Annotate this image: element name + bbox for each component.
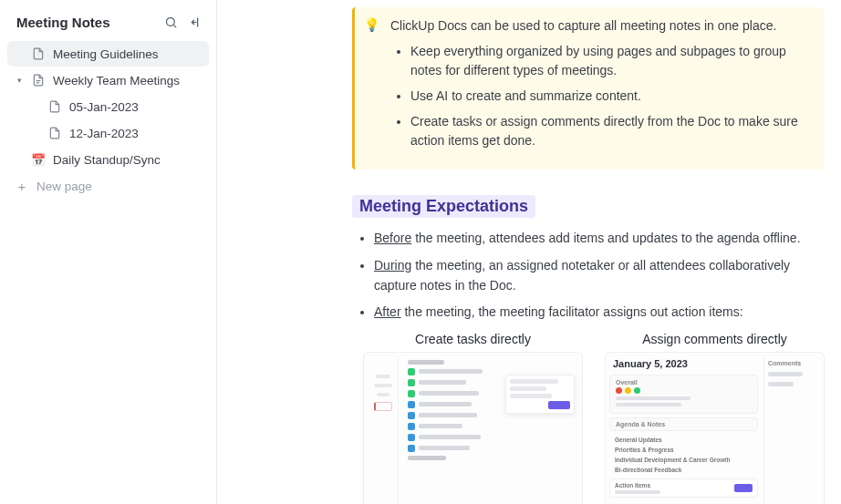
phase-label: After (374, 304, 401, 319)
figure-columns: Create tasks directly (352, 332, 825, 504)
plus-icon: + (15, 179, 29, 194)
chevron-down-icon[interactable]: ▾ (15, 76, 24, 85)
tip-callout: 💡 ClickUp Docs can be used to capture al… (352, 7, 825, 170)
sidebar-header: Meeting Notes (7, 11, 209, 41)
expectation-item: During the meeting, an assigned notetake… (374, 256, 825, 295)
sidebar-item-label: 12-Jan-2023 (69, 127, 202, 140)
section-heading: Meeting Expectations (352, 195, 535, 218)
column-title-left: Create tasks directly (363, 332, 583, 346)
page-lines-icon (31, 73, 46, 87)
new-page-label: New page (36, 180, 202, 193)
sidebar-item-daily-standup[interactable]: 📅 Daily Standup/Sync (7, 147, 209, 172)
sidebar-item-label: Daily Standup/Sync (53, 153, 202, 167)
sidebar-item-meeting-guidelines[interactable]: Meeting Guidelines (7, 41, 209, 67)
document-main: 💡 ClickUp Docs can be used to capture al… (217, 0, 841, 504)
lightbulb-icon: 💡 (364, 16, 379, 157)
callout-bullet: Create tasks or assign comments directly… (410, 112, 810, 151)
calendar-icon: 📅 (31, 152, 46, 167)
doc-title[interactable]: Meeting Notes (16, 15, 110, 30)
figure-date: January 5, 2023 (609, 356, 758, 371)
sidebar: Meeting Notes Meeting Guidelines ▾ Weekl… (0, 0, 217, 504)
expectations-section: Meeting Expectations Before the meeting,… (352, 195, 825, 504)
sidebar-items: Meeting Guidelines ▾ Weekly Team Meeting… (7, 41, 209, 200)
svg-line-1 (173, 25, 176, 27)
sidebar-item-label: Meeting Guidelines (53, 47, 202, 61)
expectation-item: After the meeting, the meeting facilitat… (374, 303, 825, 323)
figure-assign-comments: January 5, 2023 Overall Agenda & Notes (605, 352, 825, 504)
sidebar-item-05-jan-2023[interactable]: 05-Jan-2023 (7, 94, 209, 119)
figure-create-tasks (363, 352, 583, 504)
callout-bullet: Keep everything organized by using pages… (410, 42, 810, 81)
phase-label: Before (374, 231, 411, 245)
sidebar-item-12-jan-2023[interactable]: 12-Jan-2023 (7, 120, 209, 146)
column-title-right: Assign comments directly (605, 332, 825, 346)
phase-label: During (374, 258, 411, 273)
sidebar-item-weekly-team-meetings[interactable]: ▾ Weekly Team Meetings (7, 67, 209, 93)
search-icon[interactable] (163, 15, 178, 30)
page-icon (47, 99, 62, 114)
new-page-button[interactable]: + New page (7, 173, 209, 200)
svg-point-0 (166, 18, 174, 26)
expectation-item: Before the meeting, attendees add items … (374, 229, 825, 249)
callout-lead: ClickUp Docs can be used to capture all … (390, 16, 810, 36)
sidebar-item-label: Weekly Team Meetings (53, 74, 202, 87)
page-icon (31, 46, 46, 61)
sidebar-item-label: 05-Jan-2023 (69, 100, 202, 114)
callout-bullet: Use AI to create and summarize content. (410, 87, 810, 107)
page-icon (47, 126, 62, 140)
collapse-sidebar-icon[interactable] (187, 15, 202, 30)
